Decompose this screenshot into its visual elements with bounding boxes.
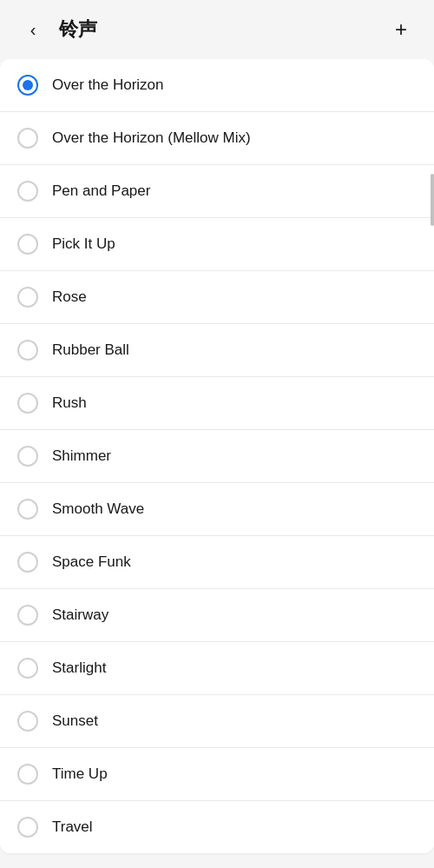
radio-button[interactable] bbox=[17, 552, 38, 573]
ringtone-name: Over the Horizon bbox=[52, 76, 164, 94]
ringtone-name: Stairway bbox=[52, 606, 108, 624]
radio-button[interactable] bbox=[17, 75, 38, 96]
ringtone-name: Time Up bbox=[52, 765, 108, 783]
ringtone-name: Over the Horizon (Mellow Mix) bbox=[52, 129, 251, 147]
ringtone-name: Travel bbox=[52, 818, 93, 836]
radio-button[interactable] bbox=[17, 817, 38, 838]
radio-button[interactable] bbox=[17, 446, 38, 467]
ringtone-name: Rush bbox=[52, 394, 87, 412]
header: ‹ 铃声 + bbox=[0, 0, 434, 59]
list-item[interactable]: Starlight bbox=[0, 642, 434, 695]
ringtone-name: Rubber Ball bbox=[52, 341, 129, 359]
list-item[interactable]: Space Funk bbox=[0, 536, 434, 589]
ringtone-name: Shimmer bbox=[52, 447, 111, 465]
add-icon: + bbox=[395, 17, 407, 42]
ringtone-name: Sunset bbox=[52, 712, 98, 730]
ringtone-name: Pick It Up bbox=[52, 235, 115, 253]
ringtone-name: Rose bbox=[52, 288, 87, 306]
list-item[interactable]: Pen and Paper bbox=[0, 165, 434, 218]
radio-button[interactable] bbox=[17, 499, 38, 520]
list-item[interactable]: Over the Horizon bbox=[0, 59, 434, 112]
page-title: 铃声 bbox=[59, 17, 97, 43]
ringtone-name: Pen and Paper bbox=[52, 182, 150, 200]
radio-button[interactable] bbox=[17, 711, 38, 732]
ringtone-list: Over the HorizonOver the Horizon (Mellow… bbox=[0, 59, 434, 853]
list-item[interactable]: Rubber Ball bbox=[0, 324, 434, 377]
list-item[interactable]: Shimmer bbox=[0, 430, 434, 483]
back-icon: ‹ bbox=[30, 20, 36, 40]
add-button[interactable]: + bbox=[385, 14, 417, 45]
back-button[interactable]: ‹ bbox=[17, 14, 49, 45]
radio-button[interactable] bbox=[17, 658, 38, 679]
ringtone-name: Starlight bbox=[52, 659, 106, 677]
scrollbar bbox=[431, 174, 434, 226]
radio-button[interactable] bbox=[17, 605, 38, 626]
list-item[interactable]: Over the Horizon (Mellow Mix) bbox=[0, 112, 434, 165]
list-item[interactable]: Rose bbox=[0, 271, 434, 324]
radio-button[interactable] bbox=[17, 181, 38, 202]
radio-button[interactable] bbox=[17, 128, 38, 149]
ringtone-name: Space Funk bbox=[52, 553, 131, 571]
radio-button[interactable] bbox=[17, 234, 38, 255]
list-item[interactable]: Rush bbox=[0, 377, 434, 430]
radio-button[interactable] bbox=[17, 287, 38, 308]
list-item[interactable]: Pick It Up bbox=[0, 218, 434, 271]
radio-button[interactable] bbox=[17, 764, 38, 785]
list-item[interactable]: Sunset bbox=[0, 695, 434, 748]
list-item[interactable]: Time Up bbox=[0, 748, 434, 801]
list-item[interactable]: Stairway bbox=[0, 589, 434, 642]
ringtone-name: Smooth Wave bbox=[52, 500, 144, 518]
radio-button[interactable] bbox=[17, 340, 38, 361]
list-item[interactable]: Travel bbox=[0, 801, 434, 853]
list-item[interactable]: Smooth Wave bbox=[0, 483, 434, 536]
radio-button[interactable] bbox=[17, 393, 38, 414]
